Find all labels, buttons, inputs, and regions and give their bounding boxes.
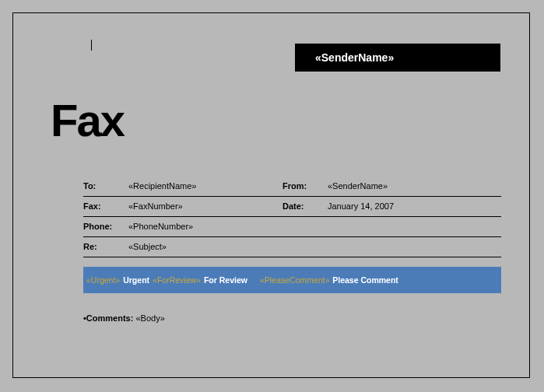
fax-title: Fax bbox=[51, 94, 124, 146]
page: «SenderName» Fax To: «RecipientName» Fro… bbox=[12, 12, 530, 378]
from-value: «SenderName» bbox=[328, 181, 388, 191]
comments-line: •Comments: «Body» bbox=[83, 313, 501, 323]
comments-label: Comments: bbox=[86, 313, 134, 323]
row-re: Re: «Subject» bbox=[83, 237, 501, 257]
forreview-label: For Review bbox=[204, 275, 247, 285]
pleasecomment-merge-field: «PleaseComment» bbox=[260, 275, 329, 285]
fax-value: «FaxNumber» bbox=[128, 201, 183, 211]
re-value: «Subject» bbox=[128, 242, 167, 251]
phone-value: «PhoneNumber» bbox=[128, 222, 193, 231]
to-value: «RecipientName» bbox=[128, 181, 196, 191]
from-label: From: bbox=[283, 181, 328, 191]
row-phone: Phone: «PhoneNumber» bbox=[83, 217, 501, 237]
urgent-merge-field: «Urgent» bbox=[86, 275, 120, 285]
phone-label: Phone: bbox=[83, 222, 128, 231]
row-to-from: To: «RecipientName» From: «SenderName» bbox=[83, 177, 501, 197]
date-label: Date: bbox=[283, 201, 328, 211]
flags-bar: «Urgent» Urgent «ForReview» For Review «… bbox=[83, 267, 501, 293]
sender-name-field: «SenderName» bbox=[315, 51, 394, 64]
forreview-merge-field: «ForReview» bbox=[153, 275, 201, 285]
comments-value: «Body» bbox=[135, 313, 164, 323]
text-cursor bbox=[91, 40, 92, 51]
pleasecomment-label: Please Comment bbox=[332, 275, 398, 285]
urgent-label: Urgent bbox=[123, 275, 149, 285]
to-label: To: bbox=[83, 181, 128, 191]
spacer bbox=[251, 275, 257, 285]
fax-label: Fax: bbox=[83, 201, 128, 211]
row-fax-date: Fax: «FaxNumber» Date: January 14, 2007 bbox=[83, 197, 501, 217]
date-value: January 14, 2007 bbox=[328, 201, 394, 211]
sender-name-box: «SenderName» bbox=[295, 44, 500, 72]
info-block: To: «RecipientName» From: «SenderName» F… bbox=[83, 177, 501, 323]
re-label: Re: bbox=[83, 242, 128, 251]
